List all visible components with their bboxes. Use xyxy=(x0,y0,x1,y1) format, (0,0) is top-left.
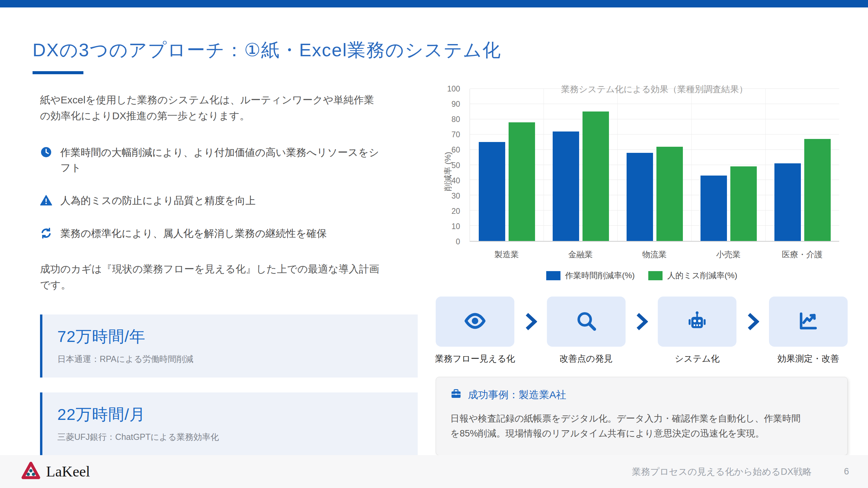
y-tick-label: 20 xyxy=(451,206,460,216)
stat-value: 22万時間/月 xyxy=(57,404,404,425)
list-item: 業務の標準化により、属人化を解消し業務の継続性を確保 xyxy=(40,226,418,241)
case-study-box: 成功事例：製造業A社 日報や検査記録の紙帳票をデジタル化。データ入力・確認作業を… xyxy=(436,377,848,455)
bar-物流業-作業時間削減率(%) xyxy=(627,153,653,241)
legend-label: 人的ミス削減率(%) xyxy=(667,270,737,281)
chart-title: 業務システム化による効果（業種別調査結果） xyxy=(470,83,839,95)
chevron-right-icon xyxy=(524,312,537,332)
bar-小売業-作業時間削減率(%) xyxy=(701,176,727,241)
chart-bar-group xyxy=(544,89,617,241)
case-study-heading: 成功事例：製造業A社 xyxy=(468,388,566,402)
bar-金融業-作業時間削減率(%) xyxy=(553,131,579,241)
flow-step-label: 改善点の発見 xyxy=(559,353,613,365)
chart-legend: 作業時間削減率(%)人的ミス削減率(%) xyxy=(436,270,848,281)
footer-caption: 業務プロセスの見える化から始めるDX戦略 xyxy=(632,466,812,478)
clock-icon xyxy=(40,146,52,158)
warning-icon xyxy=(40,194,52,206)
flow-step-box xyxy=(769,297,848,347)
bar-小売業-人的ミス削減率(%) xyxy=(730,166,757,241)
chart-bar-group xyxy=(470,89,544,241)
chart-bar-group xyxy=(765,89,839,241)
footer: LaKeel 業務プロセスの見える化から始めるDX戦略 6 xyxy=(0,455,868,488)
key-message: 成功のカギは『現状の業務フローを見える化』した上での最適な導入計画です。 xyxy=(40,261,382,293)
flow-step-label: 業務フロー見える化 xyxy=(435,353,515,365)
flow-step-label: 効果測定・改善 xyxy=(777,353,839,365)
footer-right: 業務プロセスの見える化から始めるDX戦略 6 xyxy=(632,466,849,478)
legend-item: 作業時間削減率(%) xyxy=(546,270,635,281)
chevron-right-icon xyxy=(635,312,648,332)
x-category-label: 物流業 xyxy=(617,249,691,260)
flow-step-discover: 改善点の発見 xyxy=(547,297,626,365)
process-flow: 業務フロー見える化 改善点の発見 xyxy=(436,297,848,365)
title-underline xyxy=(33,71,83,74)
benefit-text: 人為的ミスの防止により品質と精度を向上 xyxy=(60,193,256,208)
chart-plot xyxy=(470,89,839,242)
bar-金融業-人的ミス削減率(%) xyxy=(583,111,609,241)
y-tick-label: 0 xyxy=(456,237,460,246)
flow-step-box xyxy=(658,297,736,347)
case-study-heading-row: 成功事例：製造業A社 xyxy=(450,388,832,402)
flow-step-visualize: 業務フロー見える化 xyxy=(436,297,514,365)
benefit-text: 作業時間の大幅削減により、より付加価値の高い業務へリソースをシフト xyxy=(60,145,382,175)
y-tick-label: 10 xyxy=(451,222,460,231)
logo-text: LaKeel xyxy=(46,463,90,480)
legend-label: 作業時間削減率(%) xyxy=(565,270,635,281)
y-tick-label: 90 xyxy=(451,100,460,109)
chart-x-labels: 製造業金融業物流業小売業医療・介護 xyxy=(470,249,839,260)
chart-bar-group xyxy=(691,89,765,241)
company-logo: LaKeel xyxy=(21,461,90,482)
lakeel-logo-icon xyxy=(21,461,41,482)
benefit-text: 業務の標準化により、属人化を解消し業務の継続性を確保 xyxy=(60,226,327,241)
legend-swatch xyxy=(648,271,663,280)
y-tick-label: 40 xyxy=(451,176,460,185)
x-category-label: 小売業 xyxy=(691,249,765,260)
bar-chart: 業務システム化による効果（業種別調査結果） 削減率 (%) 0102030405… xyxy=(436,85,848,280)
stat-caption: 三菱UFJ銀行：ChatGPTによる業務効率化 xyxy=(57,431,404,443)
bar-医療・介護-作業時間削減率(%) xyxy=(774,163,801,241)
chart-bar-group xyxy=(617,89,691,241)
y-tick-label: 60 xyxy=(451,145,460,155)
left-column: 紙やExcelを使用した業務のシステム化は、ルーティンワークや単純作業の効率化に… xyxy=(40,92,418,455)
chart-y-ticks: 0102030405060708090100 xyxy=(436,89,466,242)
y-tick-label: 50 xyxy=(451,161,460,170)
bar-製造業-人的ミス削減率(%) xyxy=(509,122,535,241)
right-column: 業務システム化による効果（業種別調査結果） 削減率 (%) 0102030405… xyxy=(436,85,848,455)
top-accent-bar xyxy=(0,0,868,7)
bar-物流業-人的ミス削減率(%) xyxy=(656,147,683,241)
flow-step-measure: 効果測定・改善 xyxy=(769,297,848,365)
slide: DXの3つのアプローチ：①紙・Excel業務のシステム化 紙やExcelを使用し… xyxy=(0,0,868,488)
y-tick-label: 30 xyxy=(451,191,460,200)
page-number: 6 xyxy=(844,466,849,477)
legend-swatch xyxy=(546,271,560,280)
flow-step-box xyxy=(547,297,626,347)
page-title: DXの3つのアプローチ：①紙・Excel業務のシステム化 xyxy=(33,38,501,63)
case-study-body: 日報や検査記録の紙帳票をデジタル化。データ入力・確認作業を自動化し、作業時間を8… xyxy=(450,411,810,441)
chart-line-icon xyxy=(797,310,819,333)
y-tick-label: 80 xyxy=(451,115,460,124)
list-item: 作業時間の大幅削減により、より付加価値の高い業務へリソースをシフト xyxy=(40,145,418,175)
search-icon xyxy=(575,310,597,333)
sync-icon xyxy=(40,227,52,239)
x-category-label: 金融業 xyxy=(544,249,617,260)
list-item: 人為的ミスの防止により品質と精度を向上 xyxy=(40,193,418,208)
stat-caption: 日本通運：RPAによる労働時間削減 xyxy=(57,353,404,365)
intro-paragraph: 紙やExcelを使用した業務のシステム化は、ルーティンワークや単純作業の効率化に… xyxy=(40,92,382,124)
legend-item: 人的ミス削減率(%) xyxy=(648,270,737,281)
y-tick-label: 100 xyxy=(447,84,460,94)
stat-card-chatgpt: 22万時間/月 三菱UFJ銀行：ChatGPTによる業務効率化 xyxy=(40,392,418,455)
eye-icon xyxy=(464,310,486,333)
bar-医療・介護-人的ミス削減率(%) xyxy=(804,139,831,241)
robot-icon xyxy=(686,310,708,333)
y-tick-label: 70 xyxy=(451,130,460,139)
stat-value: 72万時間/年 xyxy=(57,326,404,347)
stat-card-rpa: 72万時間/年 日本通運：RPAによる労働時間削減 xyxy=(40,314,418,378)
x-category-label: 製造業 xyxy=(470,249,544,260)
benefit-list: 作業時間の大幅削減により、より付加価値の高い業務へリソースをシフト 人為的ミスの… xyxy=(40,145,418,241)
flow-step-systemize: システム化 xyxy=(658,297,736,365)
flow-step-label: システム化 xyxy=(675,353,719,365)
flow-step-box xyxy=(436,297,514,347)
bar-製造業-作業時間削減率(%) xyxy=(479,142,505,241)
x-category-label: 医療・介護 xyxy=(765,249,839,260)
briefcase-icon xyxy=(450,388,462,402)
chevron-right-icon xyxy=(746,312,759,332)
